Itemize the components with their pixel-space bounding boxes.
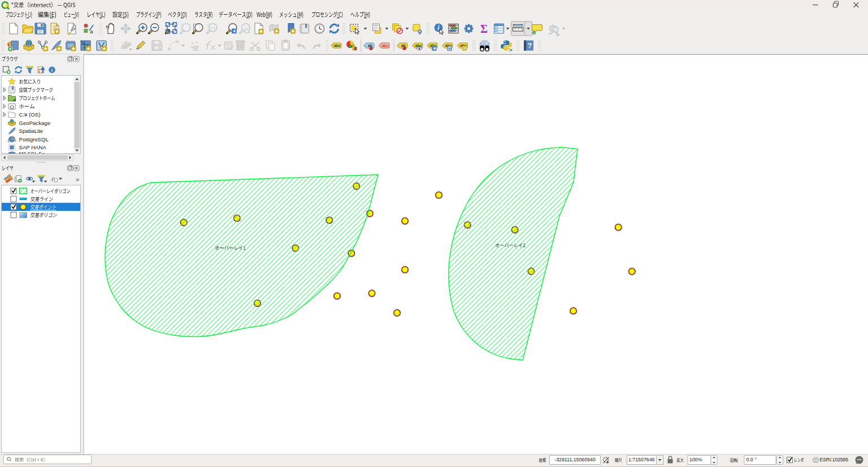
svg-text:?: ? [528,42,532,50]
svg-text:ε: ε [51,174,55,183]
svg-text:SpatiaLite: SpatiaLite [19,128,44,134]
svg-text:»: » [76,176,79,183]
svg-text:a: a [90,29,93,34]
svg-text:PostgreSQL: PostgreSQL [19,136,49,142]
svg-text:GeoPackage: GeoPackage [19,120,50,126]
svg-text:1:1: 1:1 [211,26,215,29]
svg-text:Σ: Σ [480,23,488,35]
svg-text:C:¥ (OS): C:¥ (OS) [19,111,41,118]
svg-text:CSW: CSW [481,41,489,45]
svg-text:1:71507648: 1:71507648 [628,457,655,462]
svg-text:abc: abc [334,44,341,47]
svg-text:100%: 100% [689,457,702,462]
svg-text:SAP HANA: SAP HANA [19,144,47,150]
svg-text:abc: abc [382,44,389,47]
svg-text:ESRI:102595: ESRI:102595 [820,457,849,462]
svg-text:-329111,15060940: -329111,15060940 [554,457,596,462]
svg-text:0.0 °: 0.0 ° [747,457,757,462]
